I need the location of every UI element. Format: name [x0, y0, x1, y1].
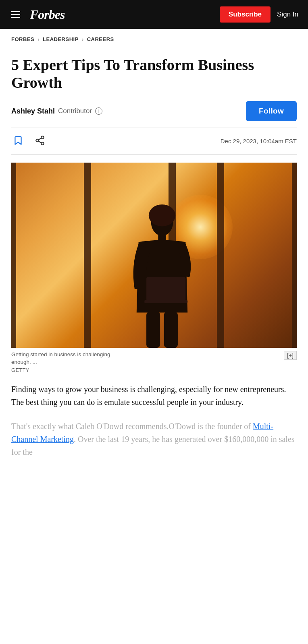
expand-image-button[interactable]: [+]	[284, 351, 297, 360]
hamburger-line	[11, 17, 20, 18]
share-button[interactable]	[33, 134, 47, 149]
hamburger-menu-button[interactable]	[10, 10, 22, 19]
action-icons	[11, 134, 47, 149]
window-frame	[84, 163, 91, 348]
window-frame	[292, 163, 297, 348]
svg-rect-8	[146, 277, 185, 301]
breadcrumb-careers[interactable]: CAREERS	[87, 36, 114, 42]
svg-rect-11	[164, 312, 178, 348]
article: 5 Expert Tips To Transform Business Grow…	[0, 48, 308, 458]
info-icon[interactable]: i	[95, 107, 102, 115]
paragraph-1-text: Finding ways to grow your business is ch…	[11, 385, 286, 407]
signin-link[interactable]: Sign In	[277, 10, 298, 19]
image-caption: Getting started in business is challengi…	[11, 348, 297, 375]
hamburger-line	[11, 11, 20, 12]
action-bar: Dec 29, 2023, 10:04am EST	[11, 128, 297, 155]
article-paragraph-1: Finding ways to grow your business is ch…	[11, 383, 297, 409]
window-frame	[11, 163, 16, 348]
bookmark-button[interactable]	[11, 134, 25, 149]
breadcrumb: FORBES › LEADERSHIP › CAREERS	[0, 29, 308, 48]
site-header: Forbes Subscribe Sign In	[0, 0, 308, 29]
caption-left: Getting started in business is challengi…	[11, 351, 137, 373]
breadcrumb-separator-2: ›	[82, 36, 84, 42]
svg-rect-9	[144, 300, 187, 303]
breadcrumb-leadership[interactable]: LEADERSHIP	[43, 36, 79, 42]
article-image-container: Getting started in business is challengi…	[11, 163, 297, 375]
author-info: Ashley Stahl Contributor i	[11, 107, 102, 116]
header-right: Subscribe Sign In	[220, 6, 298, 23]
author-row: Ashley Stahl Contributor i Follow	[11, 101, 297, 121]
caption-text: Getting started in business is challengi…	[11, 351, 119, 366]
forbes-logo: Forbes	[30, 7, 65, 22]
breadcrumb-forbes[interactable]: FORBES	[11, 36, 34, 42]
article-image	[11, 163, 297, 348]
svg-line-3	[38, 141, 41, 143]
svg-point-6	[149, 204, 175, 226]
bookmark-icon	[13, 135, 23, 146]
breadcrumb-separator-1: ›	[37, 36, 40, 42]
header-left: Forbes	[10, 7, 65, 22]
author-role: Contributor	[58, 107, 92, 115]
person-silhouette	[122, 203, 202, 348]
svg-line-4	[38, 138, 41, 140]
image-source: GETTY	[11, 367, 137, 373]
paragraph-2-text-before: That's exactly what Caleb O'Dowd recomme…	[11, 422, 253, 431]
article-date: Dec 29, 2023, 10:04am EST	[221, 138, 297, 144]
article-title: 5 Expert Tips To Transform Business Grow…	[11, 56, 297, 91]
article-body: Finding ways to grow your business is ch…	[11, 380, 297, 458]
svg-rect-10	[146, 312, 160, 348]
author-name[interactable]: Ashley Stahl	[11, 107, 55, 116]
window-frame	[217, 163, 224, 348]
share-icon	[35, 135, 45, 146]
article-paragraph-2: That's exactly what Caleb O'Dowd recomme…	[11, 420, 297, 458]
subscribe-button[interactable]: Subscribe	[220, 6, 271, 23]
follow-button[interactable]: Follow	[246, 101, 297, 121]
hamburger-line	[11, 14, 20, 15]
